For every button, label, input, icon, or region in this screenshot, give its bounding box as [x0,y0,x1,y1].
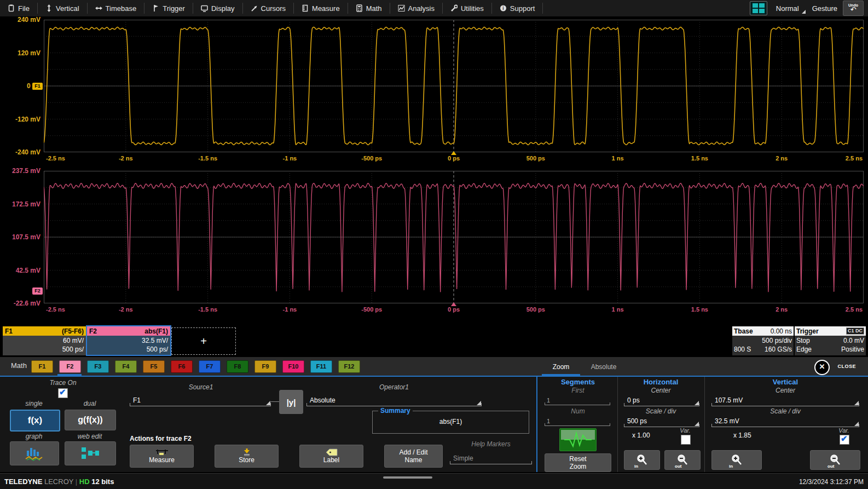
menu-item-utilities[interactable]: Utilities [443,3,492,14]
graph-label: graph [10,433,58,440]
tab-f4[interactable]: F4 [115,360,137,373]
menu-item-analysis[interactable]: Analysis [390,3,443,14]
trace-on-label: Trace On [16,379,109,387]
vertical-center-input[interactable]: 107.5 mV [711,394,859,406]
timebase-descriptor[interactable]: Tbase 0.00 ns 500 ps/div 800 S 160 GS/s [732,326,794,355]
horizontal-var-checkbox[interactable] [681,435,691,445]
menu-item-vertical[interactable]: Vertical [38,3,88,14]
vertical-scale-input[interactable]: 32.5 mV [711,415,859,427]
dropdown-triangle-icon [266,401,270,405]
menu-item-support[interactable]: iSupport [492,3,543,14]
waveform-grid-f1[interactable] [44,20,864,152]
store-button[interactable]: Store [215,445,279,468]
grid2-x-label: 1.5 ns [691,306,708,313]
tab-f1[interactable]: F1 [31,360,53,373]
segments-num-input[interactable]: 1 [545,416,610,426]
display-mode-label: Normal [776,4,799,13]
add-edit-line2: Name [404,456,422,464]
status-bar: TELEDYNE LECROY | HD 12 bits 12/3/2024 3… [0,473,868,489]
tab-f3[interactable]: F3 [87,360,109,373]
horizontal-zoom-in-button[interactable]: in [624,450,660,470]
menu-item-timebase[interactable]: Timebase [88,3,145,14]
segment-waveform-button[interactable] [559,428,597,451]
math-icon [356,4,363,12]
tab-f12[interactable]: F12 [338,360,360,373]
vertical-zoom-out-button[interactable]: out [810,450,860,470]
f2-descriptor[interactable]: F2 abs(F1) 32.5 mV/ 500 ps/ [87,326,170,355]
trace-on-checkbox[interactable] [58,388,68,398]
menu-item-measure[interactable]: Measure [294,3,348,14]
tbase-rate: 160 GS/s [765,345,792,354]
graph-mode-button[interactable] [10,441,59,465]
source1-select[interactable]: F1 [130,393,271,406]
menu-item-trigger[interactable]: Trigger [144,3,193,14]
grid1-x-label: 2 ns [776,155,788,162]
summary-box: Summary abs(F1) [372,411,529,434]
grid2-y-label: -22.6 mV [0,300,40,307]
f2-level-marker[interactable]: F2 [32,287,43,295]
horizontal-scale-input[interactable]: 500 ps [624,415,699,427]
tab-f6[interactable]: F6 [171,360,193,373]
trigger-descriptor[interactable]: Trigger C1 DC Stop 0.0 mV Edge Positive [795,326,866,355]
tab-f7[interactable]: F7 [199,360,221,373]
f1-descriptor[interactable]: F1 (F5-F6) 60 mV/ 500 ps/ [3,326,86,355]
dual-label: dual [65,400,115,407]
grid2-y-label: 107.5 mV [0,233,40,241]
label-button[interactable]: Label [299,445,363,468]
measure-button[interactable]: Measure [130,445,194,468]
operator1-select[interactable]: Absolute [306,393,482,406]
utilities-icon [450,4,458,12]
f1-hscale: 500 ps/ [5,345,84,354]
tab-zoom[interactable]: Zoom [542,360,580,374]
grid-layout-icon[interactable] [750,1,767,15]
brand-logo: TELEDYNE LECROY | HD 12 bits [0,478,114,486]
plus-icon: + [200,335,207,348]
menu-item-label: Support [510,4,535,13]
vertical-zoom-in-button[interactable]: in [711,450,762,470]
segments-first-label: First [539,387,617,394]
menu-item-label: Math [366,4,382,13]
reset-zoom-button[interactable]: Reset Zoom [545,453,611,472]
actions-for-trace-label: Actions for trace F2 [130,435,192,442]
scrollbar-handle[interactable] [383,476,432,479]
menu-item-label: Trigger [163,4,185,13]
tab-f11[interactable]: F11 [310,360,332,373]
waveform-grid-f2[interactable] [44,171,864,303]
tab-absolute[interactable]: Absolute [585,360,623,374]
menu-item-display[interactable]: Display [193,3,243,14]
display-mode-select[interactable]: Normal [773,3,807,14]
trigger-slope: Positive [841,345,864,354]
menu-item-math[interactable]: Math [348,3,390,14]
close-icon[interactable]: ✕ [814,360,830,375]
grid1-x-label: 0 ps [448,155,460,162]
f1-source: (F5-F6) [62,327,84,336]
segments-first-input[interactable]: 1 [545,395,610,405]
dual-gfx-button[interactable]: g(f(x)) [65,410,116,430]
f1-level-marker[interactable]: F1 [32,83,43,90]
add-edit-name-button[interactable]: Add / Edit Name [384,445,443,468]
tab-f8[interactable]: F8 [227,360,248,373]
grid1-x-label: 1 ns [612,155,624,162]
trigger-title: Trigger [796,327,819,336]
tab-f2[interactable]: F2 [59,360,81,373]
horizontal-scale-label: Scale / div [618,407,703,415]
horizontal-center-input[interactable]: 0 ps [624,394,699,406]
abs-operator-icon[interactable]: |y| [279,390,303,414]
vertical-var-checkbox[interactable] [840,435,849,445]
menu-item-cursors[interactable]: Cursors [243,3,294,14]
tab-f5[interactable]: F5 [143,360,165,373]
tab-f9[interactable]: F9 [254,360,276,373]
help-markers-select[interactable]: Simple [450,452,532,464]
trigger-position-icon [451,302,456,306]
menu-item-label: Analysis [408,4,435,13]
single-fx-button[interactable]: f(x) [10,410,60,432]
horizontal-zoom-out-button[interactable]: out [664,450,701,470]
menu-item-file[interactable]: File [0,3,38,14]
tab-f10[interactable]: F10 [282,360,304,373]
web-edit-button[interactable] [65,441,116,465]
undo-arrow-icon: ↶ [850,6,857,13]
tbase-scale: 500 ps/div [734,336,792,345]
zoom-in-label: in [634,464,638,469]
add-trace-button[interactable]: + [171,327,236,355]
undo-button[interactable]: Undo ↶ [843,1,864,16]
